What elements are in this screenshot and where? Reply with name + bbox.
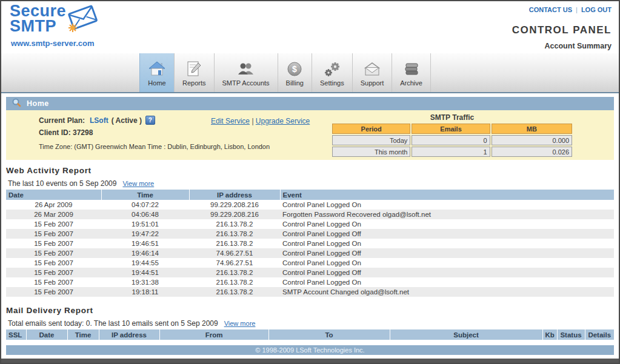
site-url[interactable]: www.smtp-server.com bbox=[11, 39, 95, 48]
help-icon[interactable]: ? bbox=[145, 116, 155, 125]
traffic-col-period: Period bbox=[332, 124, 410, 134]
col-subject: Subject bbox=[390, 329, 542, 340]
tab-label: Support bbox=[361, 79, 384, 87]
reports-icon bbox=[186, 59, 202, 79]
traffic-header-row: Period Emails MB bbox=[332, 124, 572, 134]
date-cell: 15 Feb 2007 bbox=[6, 219, 101, 229]
traffic-mb-cell: 0.026 bbox=[492, 147, 572, 157]
plan-name: LSoft bbox=[90, 116, 108, 125]
smtp-traffic-table: SMTP Traffic Period Emails MB Today 0 0.… bbox=[331, 113, 573, 158]
tab-reports[interactable]: Reports bbox=[174, 53, 214, 92]
ip-cell: 216.13.78.2 bbox=[189, 229, 280, 239]
ip-cell: 74.96.27.51 bbox=[189, 248, 280, 258]
table-row: 15 Feb 2007 19:31:38 216.13.78.2 Control… bbox=[6, 277, 614, 287]
mail-delivery-table: SSL Date Time IP address From To Subject… bbox=[6, 329, 614, 340]
web-activity-header-row: Date Time IP address Event bbox=[6, 190, 614, 200]
event-cell: Control Panel Logged On bbox=[280, 258, 614, 268]
main-toolbar: Home Reports SMTP Accounts bbox=[1, 53, 619, 93]
contact-us-link[interactable]: CONTACT US bbox=[529, 6, 572, 13]
logo-line2: SMTP bbox=[10, 19, 66, 34]
col-ip-address: IP address bbox=[99, 329, 159, 340]
event-cell: Control Panel Logged On bbox=[280, 200, 614, 210]
svg-text:$: $ bbox=[292, 64, 297, 74]
window-bottom-edge bbox=[1, 359, 619, 363]
time-cell: 19:44:55 bbox=[101, 258, 189, 268]
log-out-link[interactable]: LOG OUT bbox=[581, 6, 612, 13]
tab-smtp-accounts[interactable]: SMTP Accounts bbox=[214, 53, 278, 92]
col-date: Date bbox=[26, 329, 67, 340]
col-from: From bbox=[159, 329, 268, 340]
tab-label: SMTP Accounts bbox=[222, 79, 270, 87]
date-cell: 15 Feb 2007 bbox=[6, 277, 101, 287]
col-details: Details bbox=[585, 329, 614, 340]
ip-cell: 216.13.78.2 bbox=[189, 287, 280, 297]
service-links-separator: | bbox=[252, 117, 253, 125]
event-cell: Forgotten Password Recovered olgad@lsoft… bbox=[280, 210, 614, 219]
table-row: 15 Feb 2007 19:46:14 74.96.27.51 Control… bbox=[6, 248, 614, 258]
mail-delivery-summary-text: Total emails sent today: 0. The last 10 … bbox=[8, 319, 218, 328]
current-plan-label: Current Plan: bbox=[39, 116, 85, 125]
table-row: 15 Feb 2007 19:44:55 74.96.27.51 Control… bbox=[6, 258, 614, 268]
col-kb: Kb bbox=[542, 329, 557, 340]
timezone-text: Time Zone: (GMT) Greenwich Mean Time : D… bbox=[39, 143, 270, 150]
traffic-period-cell: This month bbox=[332, 147, 410, 157]
time-cell: 19:46:51 bbox=[101, 239, 189, 248]
upgrade-service-link[interactable]: Upgrade Service bbox=[256, 117, 310, 125]
links-separator: | bbox=[576, 6, 578, 13]
logo-text: Secure SMTP bbox=[10, 4, 66, 34]
smtp-accounts-icon bbox=[237, 59, 255, 79]
ip-cell: 99.229.208.216 bbox=[189, 200, 280, 210]
page-title: CONTROL PANEL bbox=[512, 24, 612, 36]
time-cell: 04:06:48 bbox=[101, 210, 189, 219]
service-links: Edit Service | Upgrade Service bbox=[211, 117, 310, 125]
date-cell: 15 Feb 2007 bbox=[6, 258, 101, 268]
archive-icon bbox=[403, 59, 420, 79]
col-to: To bbox=[268, 329, 390, 340]
tab-support[interactable]: Support bbox=[352, 53, 392, 92]
tab-label: Archive bbox=[400, 79, 422, 87]
page-header: Secure SMTP www.smtp-ser bbox=[1, 1, 619, 53]
tab-archive[interactable]: Archive bbox=[392, 53, 431, 92]
envelope-logo-icon bbox=[66, 4, 99, 38]
plan-status: ( Active ) bbox=[112, 116, 142, 125]
control-panel-window: Secure SMTP www.smtp-ser bbox=[0, 0, 620, 364]
current-plan-line: Current Plan: LSoft ( Active ) ? bbox=[39, 116, 155, 125]
tab-label: Billing bbox=[286, 79, 304, 87]
time-cell: 19:47:22 bbox=[101, 229, 189, 239]
tab-billing[interactable]: $ Billing bbox=[278, 53, 312, 92]
mail-delivery-header-row: SSL Date Time IP address From To Subject… bbox=[6, 329, 614, 340]
table-row: 15 Feb 2007 19:46:51 216.13.78.2 Control… bbox=[6, 239, 614, 248]
mail-delivery-summary: Total emails sent today: 0. The last 10 … bbox=[8, 319, 614, 328]
home-icon bbox=[148, 59, 166, 79]
top-links: CONTACT US|LOG OUT bbox=[529, 6, 612, 13]
col-date: Date bbox=[6, 190, 101, 200]
col-time: Time bbox=[67, 329, 99, 340]
web-activity-title: Web Activity Report bbox=[6, 166, 614, 175]
table-row: 15 Feb 2007 19:51:01 216.13.78.2 Control… bbox=[6, 219, 614, 229]
event-cell: Control Panel Logged On bbox=[280, 277, 614, 287]
web-activity-summary-text: The last 10 events on 5 Sep 2009 bbox=[8, 179, 116, 188]
time-cell: 19:18:11 bbox=[101, 287, 189, 297]
ip-cell: 216.13.78.2 bbox=[189, 219, 280, 229]
time-cell: 19:51:01 bbox=[101, 219, 189, 229]
ip-cell: 74.96.27.51 bbox=[189, 258, 280, 268]
tab-home[interactable]: Home bbox=[139, 53, 174, 92]
traffic-col-emails: Emails bbox=[412, 124, 490, 134]
date-cell: 15 Feb 2007 bbox=[6, 239, 101, 248]
logo[interactable]: Secure SMTP bbox=[10, 4, 99, 38]
magnifier-icon bbox=[12, 98, 21, 110]
time-cell: 19:31:38 bbox=[101, 277, 189, 287]
event-cell: Control Panel Logged Off bbox=[280, 229, 614, 239]
mail-delivery-view-more-link[interactable]: View more bbox=[224, 320, 256, 327]
footer-copyright: © 1998-2009 LSoft Technologies Inc. bbox=[6, 345, 614, 355]
tab-label: Settings bbox=[320, 79, 344, 87]
mail-delivery-report: Mail Delivery Report Total emails sent t… bbox=[6, 306, 614, 340]
tab-settings[interactable]: Settings bbox=[312, 53, 352, 92]
traffic-mb-cell: 0.000 bbox=[492, 135, 572, 145]
date-cell: 15 Feb 2007 bbox=[6, 268, 101, 277]
event-cell: Control Panel Logged Off bbox=[280, 268, 614, 277]
table-row: 26 Mar 2009 04:06:48 99.229.208.216 Forg… bbox=[6, 210, 614, 219]
col-event: Event bbox=[280, 190, 614, 200]
web-activity-view-more-link[interactable]: View more bbox=[122, 180, 154, 187]
edit-service-link[interactable]: Edit Service bbox=[211, 117, 250, 125]
